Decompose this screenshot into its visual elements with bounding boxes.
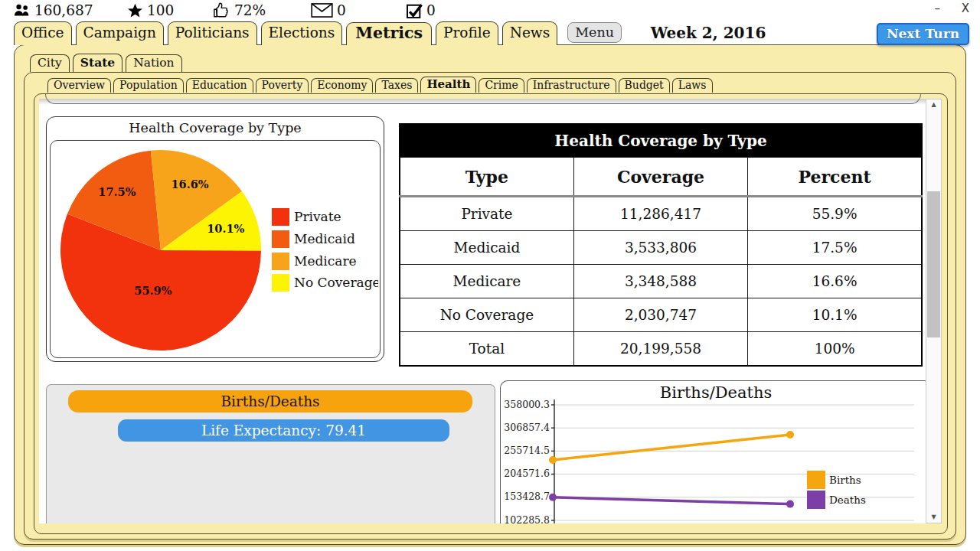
scroll-up-icon[interactable]: ▲ (926, 100, 941, 109)
table-cell: 10.1% (748, 298, 922, 332)
people-icon (14, 3, 31, 18)
vertical-scrollbar[interactable]: ▲ ▼ (926, 99, 942, 523)
metric-tab-taxes[interactable]: Taxes (375, 78, 418, 93)
data-point-births (786, 431, 794, 439)
coverage-table: Health Coverage by Type TypeCoveragePerc… (399, 123, 923, 367)
metric-tab-crime[interactable]: Crime (479, 78, 524, 93)
status-bar: 160,68710072%00 (0, 0, 980, 21)
pie-slice-label: 17.5% (98, 185, 136, 198)
table-cell: 3,533,806 (573, 231, 747, 265)
column-header-coverage: Coverage (573, 158, 747, 197)
scroll-down-icon[interactable]: ▼ (926, 513, 941, 522)
stat-tasks: 0 (407, 2, 436, 18)
metric-tab-infrastructure[interactable]: Infrastructure (527, 78, 616, 93)
health-panel: Health Coverage by Type 55.9%17.5%16.6%1… (34, 93, 948, 534)
table-cell: 2,030,747 (573, 298, 747, 332)
table-header-row: TypeCoveragePercent (400, 158, 922, 197)
tab-campaign[interactable]: Campaign (76, 21, 164, 45)
stat-value-approval: 72% (234, 2, 266, 18)
table-row-no-coverage: No Coverage2,030,74710.1% (400, 298, 922, 332)
metric-tab-budget[interactable]: Budget (619, 78, 670, 93)
vitals-panel: Births/Deaths Life Expectancy: 79.41 (46, 384, 495, 523)
pie-chart-area: 55.9%17.5%16.6%10.1%PrivateMedicaidMedic… (50, 140, 381, 358)
table-cell: 17.5% (748, 231, 922, 265)
line-legend-swatch (807, 491, 825, 509)
close-button[interactable]: X (962, 2, 969, 15)
line-series-births (553, 435, 790, 460)
tab-profile[interactable]: Profile (436, 21, 498, 45)
table-title: Health Coverage by Type (400, 124, 922, 158)
metric-tab-poverty[interactable]: Poverty (256, 78, 309, 93)
table-cell: 20,199,558 (573, 332, 747, 367)
data-point-deaths (549, 494, 557, 501)
metric-tab-overview[interactable]: Overview (47, 78, 111, 93)
stat-value-political-capital: 100 (147, 2, 174, 18)
health-content: Health Coverage by Type 55.9%17.5%16.6%1… (39, 99, 926, 523)
checkbox-icon (407, 3, 423, 18)
state-panel: OverviewPopulationEducationPovertyEconom… (24, 72, 956, 540)
births-deaths-line-chart: 358000.3306857.4255714.5204571.6153428.7… (501, 381, 931, 523)
births-deaths-button[interactable]: Births/Deaths (68, 390, 472, 412)
stat-population: 160,687 (14, 2, 93, 18)
tab-politicians[interactable]: Politicians (168, 21, 257, 45)
scrolled-out-card-edge (45, 94, 921, 104)
tab-office[interactable]: Office (14, 21, 72, 45)
pie-legend-swatch (272, 253, 289, 270)
pie-slice-label: 55.9% (134, 284, 172, 297)
metric-tab-population[interactable]: Population (113, 78, 184, 93)
pie-legend-label: Medicaid (294, 231, 355, 246)
table-row-private: Private11,286,41755.9% (400, 197, 922, 231)
line-legend-label: Deaths (829, 494, 866, 506)
coverage-pie-card: Health Coverage by Type 55.9%17.5%16.6%1… (46, 116, 384, 362)
births-deaths-chart-card: Births/Deaths 358000.3306857.4255714.520… (500, 380, 932, 523)
column-header-type: Type (400, 158, 573, 197)
data-point-births (549, 456, 557, 464)
table-cell: 55.9% (748, 197, 922, 231)
coverage-pie-chart: 55.9%17.5%16.6%10.1%PrivateMedicaidMedic… (51, 141, 378, 356)
y-tick-label: 306857.4 (504, 422, 550, 433)
metric-tab-laws[interactable]: Laws (672, 78, 713, 93)
region-tab-bar: CityStateNation (30, 54, 182, 72)
line-legend-swatch (807, 471, 825, 489)
table-cell: 3,348,588 (573, 265, 747, 298)
column-header-percent: Percent (748, 158, 922, 197)
stat-approval: 72% (213, 2, 266, 18)
table-row-medicaid: Medicaid3,533,80617.5% (400, 231, 922, 265)
table-cell: Total (400, 332, 573, 367)
stat-messages: 0 (311, 2, 346, 18)
minimize-button[interactable]: – (935, 2, 941, 15)
metric-tab-economy[interactable]: Economy (311, 78, 373, 93)
pie-legend-swatch (272, 208, 289, 226)
table-cell: Private (400, 197, 573, 231)
stat-value-messages: 0 (337, 2, 346, 18)
region-tab-state[interactable]: State (73, 54, 122, 72)
metric-tab-health[interactable]: Health (420, 77, 476, 93)
y-tick-label: 153428.7 (504, 491, 550, 502)
tab-metrics[interactable]: Metrics (346, 22, 432, 45)
star-icon (127, 3, 143, 18)
next-turn-button[interactable]: Next Turn (877, 23, 969, 45)
scrollbar-thumb[interactable] (927, 191, 940, 337)
pie-legend-label: Private (294, 209, 341, 224)
region-tab-nation[interactable]: Nation (126, 54, 181, 72)
envelope-icon (311, 3, 333, 18)
y-tick-label: 102285.8 (504, 514, 550, 524)
tab-elections[interactable]: Elections (261, 21, 343, 45)
region-tab-city[interactable]: City (30, 54, 70, 72)
pie-legend-label: Medicare (294, 253, 357, 269)
metric-tab-education[interactable]: Education (186, 78, 253, 93)
stat-political-capital: 100 (127, 2, 174, 18)
date-display: Week 2, 2016 (597, 24, 819, 42)
game-window: 160,68710072%00 – X OfficeCampaignPoliti… (0, 0, 980, 551)
table-cell: Medicaid (400, 231, 573, 265)
thumbs-up-icon (213, 2, 230, 18)
pie-slice-label: 16.6% (171, 178, 208, 191)
y-tick-label: 204571.6 (504, 468, 550, 479)
table-cell: No Coverage (400, 298, 573, 332)
pie-chart-title: Health Coverage by Type (47, 120, 384, 135)
line-series-deaths (553, 497, 790, 504)
y-tick-label: 255714.5 (504, 445, 550, 456)
life-expectancy-button[interactable]: Life Expectancy: 79.41 (118, 419, 449, 442)
line-legend-label: Births (829, 474, 861, 486)
tab-news[interactable]: News (502, 21, 557, 45)
